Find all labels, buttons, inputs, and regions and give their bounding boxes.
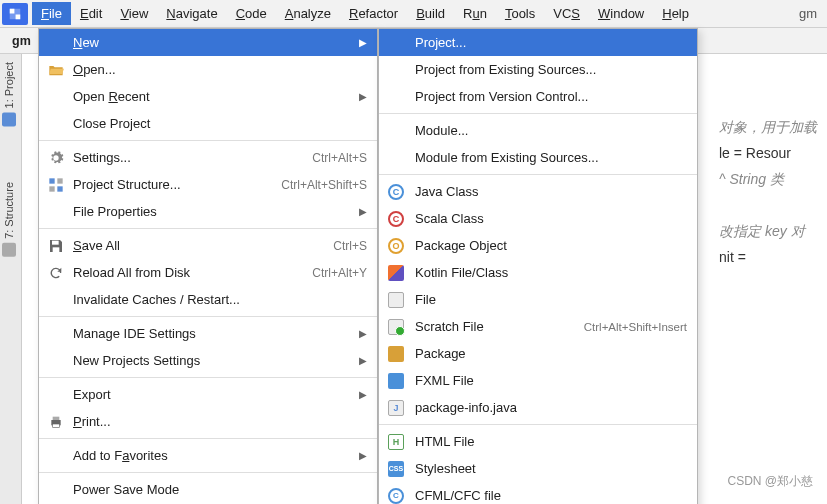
new-menu-project-from-existing-sources-[interactable]: Project from Existing Sources... <box>379 56 697 83</box>
svg-rect-0 <box>49 178 54 183</box>
submenu-arrow-icon: ▶ <box>359 91 367 102</box>
menu-item-label: Close Project <box>73 116 367 131</box>
menu-item-label: CFML/CFC file <box>415 488 687 503</box>
file-menu-open-recent[interactable]: Open Recent▶ <box>39 83 377 110</box>
menu-code[interactable]: Code <box>227 2 276 25</box>
menu-item-label: Project from Version Control... <box>415 89 687 104</box>
menu-item-label: Package Object <box>415 238 687 253</box>
menu-item-label: Manage IDE Settings <box>73 326 345 341</box>
menu-item-label: FXML File <box>415 373 687 388</box>
file-menu-add-to-favorites[interactable]: Add to Favorites▶ <box>39 442 377 469</box>
file-menu-export[interactable]: Export▶ <box>39 381 377 408</box>
breadcrumb-root[interactable]: gm <box>6 33 37 49</box>
svg-rect-5 <box>53 247 60 252</box>
new-menu-scala-class[interactable]: CScala Class <box>379 205 697 232</box>
file-menu-file-properties[interactable]: File Properties▶ <box>39 198 377 225</box>
submenu-arrow-icon: ▶ <box>359 206 367 217</box>
file-menu-print-[interactable]: Print... <box>39 408 377 435</box>
menu-window[interactable]: Window <box>589 2 653 25</box>
file-menu-power-save-mode[interactable]: Power Save Mode <box>39 476 377 503</box>
menu-navigate[interactable]: Navigate <box>157 2 226 25</box>
menu-item-label: Kotlin File/Class <box>415 265 687 280</box>
reload-icon <box>47 265 65 281</box>
svg-rect-2 <box>49 186 54 191</box>
gear-icon <box>47 150 65 166</box>
new-menu-kotlin-file-class[interactable]: Kotlin File/Class <box>379 259 697 286</box>
menubar-right-text: gm <box>799 6 827 21</box>
new-menu-cfml-cfc-file[interactable]: CCFML/CFC file <box>379 482 697 504</box>
new-menu-package-info-java[interactable]: Jpackage-info.java <box>379 394 697 421</box>
new-menu-project-[interactable]: Project... <box>379 29 697 56</box>
submenu-arrow-icon: ▶ <box>359 450 367 461</box>
css-icon: CSS <box>387 461 405 477</box>
submenu-arrow-icon: ▶ <box>359 37 367 48</box>
menu-item-label: Open... <box>73 62 367 77</box>
html-icon: H <box>387 434 405 450</box>
file-menu-open-[interactable]: Open... <box>39 56 377 83</box>
menu-item-label: Scratch File <box>415 319 574 334</box>
shortcut: Ctrl+Alt+Shift+S <box>281 178 367 192</box>
shortcut: Ctrl+Alt+S <box>312 151 367 165</box>
menu-tools[interactable]: Tools <box>496 2 544 25</box>
file-menu-reload-all-from-disk[interactable]: Reload All from DiskCtrl+Alt+Y <box>39 259 377 286</box>
menu-item-label: Settings... <box>73 150 304 165</box>
new-submenu: Project...Project from Existing Sources.… <box>378 28 698 504</box>
submenu-arrow-icon: ▶ <box>359 328 367 339</box>
open-icon <box>47 62 65 78</box>
file-menu-settings-[interactable]: Settings...Ctrl+Alt+S <box>39 144 377 171</box>
new-menu-module-[interactable]: Module... <box>379 117 697 144</box>
scala-icon: C <box>387 211 405 227</box>
new-menu-file[interactable]: File <box>379 286 697 313</box>
menu-item-label: Export <box>73 387 345 402</box>
menu-refactor[interactable]: Refactor <box>340 2 407 25</box>
menu-item-label: HTML File <box>415 434 687 449</box>
new-menu-package[interactable]: Package <box>379 340 697 367</box>
menu-analyze[interactable]: Analyze <box>276 2 340 25</box>
new-menu-html-file[interactable]: HHTML File <box>379 428 697 455</box>
file-menu-new[interactable]: New▶ <box>39 29 377 56</box>
save-icon <box>47 238 65 254</box>
java-icon: C <box>387 184 405 200</box>
print-icon <box>47 414 65 430</box>
menu-item-label: New <box>73 35 345 50</box>
file-menu-save-all[interactable]: Save AllCtrl+S <box>39 232 377 259</box>
scratch-icon <box>387 319 405 335</box>
file-menu-manage-ide-settings[interactable]: Manage IDE Settings▶ <box>39 320 377 347</box>
kotlin-icon <box>387 265 405 281</box>
menu-file[interactable]: File <box>32 2 71 25</box>
new-menu-scratch-file[interactable]: Scratch FileCtrl+Alt+Shift+Insert <box>379 313 697 340</box>
menu-vcs[interactable]: VCS <box>544 2 589 25</box>
menu-item-label: Project... <box>415 35 687 50</box>
menu-help[interactable]: Help <box>653 2 698 25</box>
menu-run[interactable]: Run <box>454 2 496 25</box>
menu-build[interactable]: Build <box>407 2 454 25</box>
sidebar-tab-project[interactable]: 1: Project <box>0 54 18 134</box>
shortcut: Ctrl+Alt+Y <box>312 266 367 280</box>
menu-item-label: File <box>415 292 687 307</box>
new-menu-stylesheet[interactable]: CSSStylesheet <box>379 455 697 482</box>
submenu-arrow-icon: ▶ <box>359 389 367 400</box>
menu-item-label: Save All <box>73 238 325 253</box>
file-menu-new-projects-settings[interactable]: New Projects Settings▶ <box>39 347 377 374</box>
cfml-icon: C <box>387 488 405 504</box>
menu-item-label: Module... <box>415 123 687 138</box>
menu-item-label: Package <box>415 346 687 361</box>
menubar: FileEditViewNavigateCodeAnalyzeRefactorB… <box>0 0 827 28</box>
svg-rect-3 <box>57 186 62 191</box>
new-menu-module-from-existing-sources-[interactable]: Module from Existing Sources... <box>379 144 697 171</box>
svg-rect-7 <box>53 416 60 419</box>
new-menu-package-object[interactable]: OPackage Object <box>379 232 697 259</box>
new-menu-fxml-file[interactable]: FXML File <box>379 367 697 394</box>
svg-rect-4 <box>52 240 59 244</box>
new-menu-project-from-version-control-[interactable]: Project from Version Control... <box>379 83 697 110</box>
menu-edit[interactable]: Edit <box>71 2 111 25</box>
menu-view[interactable]: View <box>111 2 157 25</box>
new-menu-java-class[interactable]: CJava Class <box>379 178 697 205</box>
menu-item-label: Open Recent <box>73 89 345 104</box>
file-menu-invalidate-caches-restart-[interactable]: Invalidate Caches / Restart... <box>39 286 377 313</box>
file-menu-close-project[interactable]: Close Project <box>39 110 377 137</box>
menu-item-label: Invalidate Caches / Restart... <box>73 292 367 307</box>
svg-rect-8 <box>53 424 60 427</box>
sidebar-tab-structure[interactable]: 7: Structure <box>0 174 18 265</box>
file-menu-project-structure-[interactable]: Project Structure...Ctrl+Alt+Shift+S <box>39 171 377 198</box>
